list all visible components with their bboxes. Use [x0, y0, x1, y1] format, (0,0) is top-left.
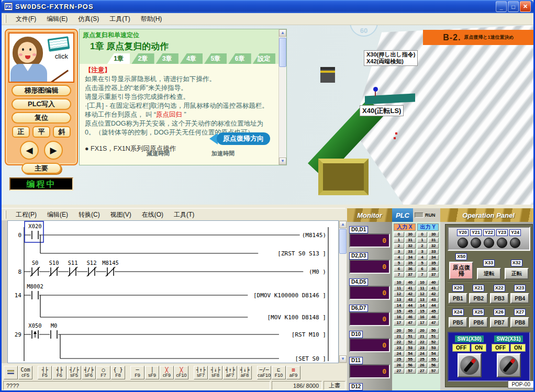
tool-key-F8-button[interactable]: { }F8	[111, 366, 125, 379]
main-menu-item-0[interactable]: 文件(F)	[10, 13, 41, 25]
scroll-thumb[interactable]	[339, 229, 347, 254]
y-bit-10[interactable]: 10	[417, 280, 428, 285]
push-button-PB8[interactable]: PB8	[510, 317, 529, 328]
y-bit-4[interactable]: 4	[417, 255, 428, 260]
y-bit-26[interactable]: 26	[417, 363, 428, 368]
teacher-character[interactable]: click	[8, 32, 74, 83]
close-button[interactable]: ✕	[520, 1, 531, 12]
y-bit-15[interactable]: 15	[417, 309, 428, 314]
ladder-menu-item-3[interactable]: 视图(V)	[105, 209, 137, 221]
mode-button-2[interactable]: 斜	[53, 126, 71, 138]
ladder-menu-item-4[interactable]: 在线(O)	[137, 209, 169, 221]
y-bit-36[interactable]: 36	[428, 266, 439, 272]
x-bit-11[interactable]: 11	[394, 286, 404, 291]
y-bit-1[interactable]: 1	[417, 238, 428, 243]
y-bit-37[interactable]: 37	[428, 272, 439, 277]
home-return-button[interactable]: 原点復帰	[449, 262, 473, 279]
remote-button-2[interactable]: 复位	[12, 112, 71, 124]
y-bit-2[interactable]: 2	[417, 243, 428, 249]
x-bit-40[interactable]: 40	[405, 280, 416, 285]
y-bit-12[interactable]: 12	[417, 292, 428, 297]
tool-key-caF10-button[interactable]: ─/─caF10	[257, 366, 271, 379]
y-bit-51[interactable]: 51	[428, 334, 439, 339]
y-bit-52[interactable]: 52	[428, 340, 439, 345]
x-bit-20[interactable]: 20	[394, 328, 404, 333]
y-bit-20[interactable]: 20	[417, 328, 428, 333]
x-bit-16[interactable]: 16	[394, 315, 404, 320]
x-bit-5[interactable]: 5	[394, 261, 404, 266]
tool-key-sF6-button[interactable]: ╡/╞sF6	[82, 366, 96, 379]
y-bit-30[interactable]: 30	[428, 232, 439, 237]
main-button[interactable]: 主要	[21, 163, 61, 174]
y-bit-44[interactable]: 44	[428, 303, 439, 308]
main-menu-item-3[interactable]: 工具(T)	[104, 13, 135, 25]
x-bit-1[interactable]: 1	[394, 238, 404, 243]
tab-chapter-2[interactable]: 3章	[156, 53, 179, 64]
push-button-PB2[interactable]: PB2	[469, 293, 488, 304]
x-bit-43[interactable]: 43	[405, 297, 416, 303]
x-bit-10[interactable]: 10	[394, 280, 404, 285]
ladder-menu-item-5[interactable]: 工具(T)	[169, 209, 199, 221]
x-bit-17[interactable]: 17	[394, 320, 404, 326]
tool-key-aF9-button[interactable]: ⊠aF9	[286, 366, 300, 379]
tool-key-F9-button[interactable]: ─F9	[130, 366, 144, 379]
tab-chapter-1[interactable]: 2章	[131, 53, 154, 64]
tool-key-aF7-button[interactable]: ╡↑╞aF7	[223, 366, 237, 379]
minimize-button[interactable]: _	[496, 1, 507, 12]
scroll-up-icon[interactable]: ▲	[339, 221, 347, 228]
y-bit-42[interactable]: 42	[428, 292, 439, 297]
scroll-down-icon[interactable]: ▼	[279, 158, 286, 165]
x-bit-41[interactable]: 41	[405, 286, 416, 291]
tab-chapter-4[interactable]: 5章	[204, 53, 227, 64]
y-bit-7[interactable]: 7	[417, 272, 428, 277]
y-bit-13[interactable]: 13	[417, 297, 428, 303]
maximize-button[interactable]: □	[508, 1, 519, 12]
main-menu-item-1[interactable]: 编辑(E)	[41, 13, 73, 25]
x-bit-53[interactable]: 53	[405, 345, 416, 351]
tool-key-sF9-button[interactable]: │sF9	[145, 366, 159, 379]
main-menu-item-4[interactable]: 帮助(H)	[136, 13, 168, 25]
tool-key-sF5-button[interactable]: ┤/├sF5	[67, 366, 81, 379]
x-bit-4[interactable]: 4	[394, 255, 404, 260]
y-bit-33[interactable]: 33	[428, 249, 439, 254]
rotary-switch-knob[interactable]	[497, 353, 521, 377]
y-bit-21[interactable]: 21	[417, 334, 428, 339]
y-bit-55[interactable]: 55	[428, 357, 439, 362]
push-button-PB3[interactable]: PB3	[490, 293, 509, 304]
x-bit-45[interactable]: 45	[405, 309, 416, 314]
x-bit-15[interactable]: 15	[394, 309, 404, 314]
x-bit-26[interactable]: 26	[394, 363, 404, 368]
x-bit-2[interactable]: 2	[394, 243, 404, 249]
tool-key-cF10-button[interactable]: ╳cF10	[174, 366, 188, 379]
y-bit-35[interactable]: 35	[428, 261, 439, 266]
y-bit-43[interactable]: 43	[428, 297, 439, 303]
guide-scrollbar[interactable]: ▲ ▼	[278, 29, 286, 165]
x-bit-24[interactable]: 24	[394, 351, 404, 356]
y-bit-45[interactable]: 45	[428, 309, 439, 314]
x-bit-21[interactable]: 21	[394, 334, 404, 339]
prev-arrow-button[interactable]: ◀	[20, 141, 39, 160]
y-bit-54[interactable]: 54	[428, 351, 439, 356]
push-button-PB1[interactable]: PB1	[449, 293, 467, 304]
y-bit-41[interactable]: 41	[428, 286, 439, 291]
y-bit-24[interactable]: 24	[417, 351, 428, 356]
y-bit-53[interactable]: 53	[428, 345, 439, 351]
ladder-scrollbar[interactable]: ▲ ▼	[339, 220, 347, 363]
x-bit-57[interactable]: 57	[405, 368, 416, 374]
tool-ladder-convert-icon[interactable]	[4, 366, 18, 379]
x-bit-13[interactable]: 13	[394, 297, 404, 303]
y-bit-25[interactable]: 25	[417, 357, 428, 362]
tab-chapter-6[interactable]: 設定	[253, 53, 275, 64]
x-bit-32[interactable]: 32	[405, 243, 416, 249]
x-bit-42[interactable]: 42	[405, 292, 416, 297]
y-bit-0[interactable]: 0	[417, 232, 428, 237]
ladder-menu-item-1[interactable]: 编辑(E)	[42, 209, 73, 221]
y-bit-27[interactable]: 27	[417, 368, 428, 374]
next-arrow-button[interactable]: ▶	[44, 141, 63, 160]
x-bit-56[interactable]: 56	[405, 363, 416, 368]
x-bit-46[interactable]: 46	[405, 315, 416, 320]
x-bit-47[interactable]: 47	[405, 320, 416, 326]
rotary-switch-knob[interactable]	[458, 353, 482, 377]
y-bit-5[interactable]: 5	[417, 261, 428, 266]
y-bit-57[interactable]: 57	[428, 368, 439, 374]
